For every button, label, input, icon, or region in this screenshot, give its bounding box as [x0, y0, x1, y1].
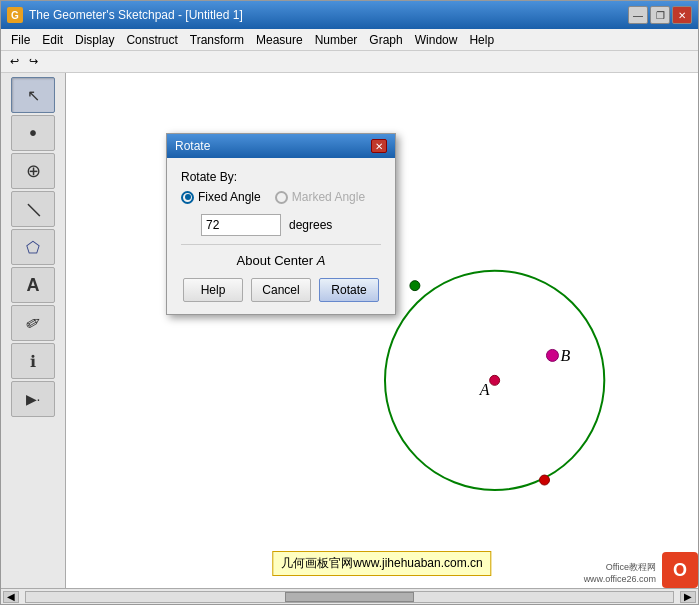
svg-point-5 — [540, 475, 550, 485]
menu-bar: File Edit Display Construct Transform Me… — [1, 29, 698, 51]
toolbar-undo[interactable]: ↩ — [5, 53, 24, 70]
title-bar: G The Geometer's Sketchpad - [Untitled 1… — [1, 1, 698, 29]
svg-point-1 — [490, 375, 500, 385]
scroll-left-button[interactable]: ◀ — [3, 591, 19, 603]
menu-window[interactable]: Window — [409, 31, 464, 49]
scroll-right-button[interactable]: ▶ — [680, 591, 696, 603]
office-badge: Office教程网 www.office26.com O — [584, 552, 698, 588]
horizontal-scroll-track[interactable] — [25, 591, 674, 603]
tool-selection[interactable]: ↖ — [11, 77, 55, 113]
tool-polygon[interactable]: ⬠ — [11, 229, 55, 265]
dialog-close-button[interactable]: ✕ — [371, 139, 387, 153]
fixed-angle-option[interactable]: Fixed Angle — [181, 190, 261, 204]
line-icon: | — [24, 200, 42, 218]
toolbar-redo[interactable]: ↪ — [24, 53, 43, 70]
angle-input-row: degrees — [201, 214, 381, 236]
bottom-scroll-bar: ◀ ▶ — [1, 588, 698, 604]
office-icon: O — [662, 552, 698, 588]
marked-angle-radio[interactable] — [275, 191, 288, 204]
minimize-button[interactable]: — — [628, 6, 648, 24]
watermark: 几何画板官网www.jihehuaban.com.cn — [272, 551, 491, 576]
text-icon: A — [27, 275, 40, 296]
title-bar-controls: — ❐ ✕ — [628, 6, 692, 24]
dialog-title-bar: Rotate ✕ — [167, 134, 395, 158]
about-center: About Center A — [181, 253, 381, 268]
menu-measure[interactable]: Measure — [250, 31, 309, 49]
content-area: ↖ • ⊕ | ⬠ A ✏ ℹ ▶· — [1, 73, 698, 588]
more-icon: ▶· — [26, 391, 41, 407]
dialog-section-label: Rotate By: — [181, 170, 381, 184]
polygon-icon: ⬠ — [26, 238, 40, 257]
svg-point-3 — [546, 349, 558, 361]
dialog-content: Rotate By: Fixed Angle Marked Angle — [167, 158, 395, 314]
restore-button[interactable]: ❐ — [650, 6, 670, 24]
compass-icon: ⊕ — [26, 160, 41, 182]
menu-number[interactable]: Number — [309, 31, 364, 49]
marked-angle-option[interactable]: Marked Angle — [275, 190, 365, 204]
menu-help[interactable]: Help — [463, 31, 500, 49]
fixed-angle-label: Fixed Angle — [198, 190, 261, 204]
app-icon: G — [7, 7, 23, 23]
dialog-buttons: Help Cancel Rotate — [181, 278, 381, 302]
watermark-text: 几何画板官网www.jihehuaban.com.cn — [281, 556, 482, 570]
tool-point[interactable]: • — [11, 115, 55, 151]
angle-input[interactable] — [201, 214, 281, 236]
menu-graph[interactable]: Graph — [363, 31, 408, 49]
toolbar-sidebar: ↖ • ⊕ | ⬠ A ✏ ℹ ▶· — [1, 73, 66, 588]
point-icon: • — [29, 122, 36, 145]
toolbar: ↩ ↪ — [1, 51, 698, 73]
rotate-by-options: Fixed Angle Marked Angle — [181, 190, 381, 204]
canvas-area[interactable]: A B Rotate ✕ Rotate By: — [66, 73, 698, 588]
horizontal-scroll-thumb[interactable] — [285, 592, 414, 602]
fixed-angle-radio[interactable] — [181, 191, 194, 204]
title-bar-left: G The Geometer's Sketchpad - [Untitled 1… — [7, 7, 243, 23]
dialog-separator — [181, 244, 381, 245]
window-title: The Geometer's Sketchpad - [Untitled 1] — [29, 8, 243, 22]
close-button[interactable]: ✕ — [672, 6, 692, 24]
office-text2: www.office26.com — [584, 574, 656, 584]
dialog-title: Rotate — [175, 139, 210, 153]
menu-file[interactable]: File — [5, 31, 36, 49]
cancel-button[interactable]: Cancel — [251, 278, 311, 302]
degrees-label: degrees — [289, 218, 332, 232]
menu-display[interactable]: Display — [69, 31, 120, 49]
menu-edit[interactable]: Edit — [36, 31, 69, 49]
tool-marker[interactable]: ✏ — [11, 305, 55, 341]
marker-icon: ✏ — [21, 310, 45, 337]
info-icon: ℹ — [30, 352, 36, 371]
help-button[interactable]: Help — [183, 278, 243, 302]
menu-construct[interactable]: Construct — [120, 31, 183, 49]
marked-angle-label: Marked Angle — [292, 190, 365, 204]
rotate-button[interactable]: Rotate — [319, 278, 379, 302]
rotate-dialog: Rotate ✕ Rotate By: Fixed Angle Marked A… — [166, 133, 396, 315]
tool-text[interactable]: A — [11, 267, 55, 303]
arrow-icon: ↖ — [27, 86, 40, 105]
svg-point-6 — [410, 281, 420, 291]
office-text1: Office教程网 — [584, 561, 656, 574]
main-window: G The Geometer's Sketchpad - [Untitled 1… — [0, 0, 699, 605]
tool-compass[interactable]: ⊕ — [11, 153, 55, 189]
tool-more[interactable]: ▶· — [11, 381, 55, 417]
menu-transform[interactable]: Transform — [184, 31, 250, 49]
svg-text:B: B — [560, 347, 570, 364]
tool-info[interactable]: ℹ — [11, 343, 55, 379]
svg-text:A: A — [479, 381, 490, 398]
tool-line[interactable]: | — [11, 191, 55, 227]
